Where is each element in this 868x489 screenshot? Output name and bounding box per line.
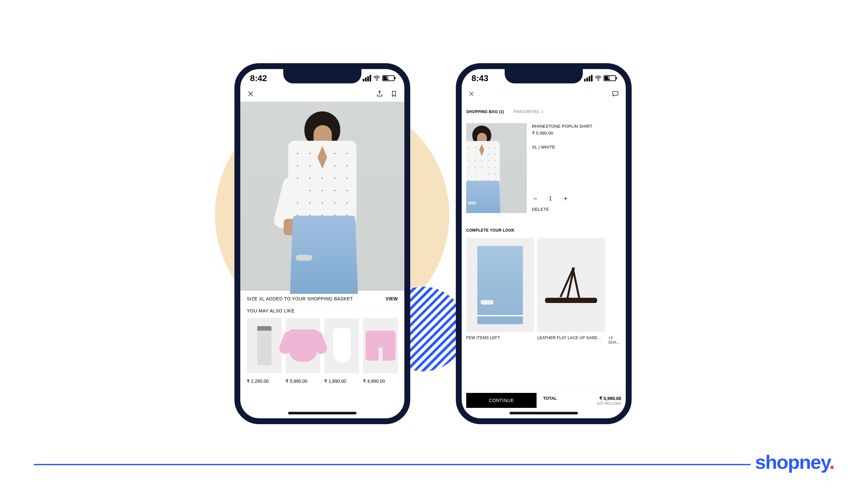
cyl-caption: FEW ITEMS LEFT <box>466 332 534 340</box>
qty-value: 1 <box>549 196 552 202</box>
view-button[interactable]: VIEW <box>385 296 398 301</box>
rec-thumb <box>363 318 398 373</box>
total-label: TOTAL <box>543 396 557 401</box>
wifi-icon <box>373 75 380 82</box>
shopney-logo: shopney. <box>750 451 834 473</box>
bag-tabs: SHOPPING BAG (1) FAVOURITES <box>462 102 626 117</box>
home-indicator[interactable] <box>288 412 356 414</box>
cart-item-variant: XL | WHITE <box>532 136 621 149</box>
rec-thumb <box>247 318 282 373</box>
added-label: SIZE XL ADDED TO YOUR SHOPPING BASKET <box>247 296 353 301</box>
rec-card[interactable]: ₹ 5,990.00 <box>285 318 320 384</box>
total-block: TOTAL ₹ 5,990.00 GST INCLUDED <box>543 396 621 405</box>
model-illustration <box>265 102 379 291</box>
cart-item-name: RHINESTONE POPLIN SHIRT <box>532 123 621 129</box>
phone-product-detail: 8:42 47 <box>235 63 410 424</box>
checkout-bar: CONTINUE TOTAL ₹ 5,990.00 GST INCLUDED <box>462 388 626 410</box>
rec-price: ₹ 4,990.00 <box>363 373 398 384</box>
status-time: 8:43 <box>471 73 488 83</box>
cyl-caption: LEATHER FLAT LACE UP SAND… <box>537 332 605 340</box>
stage: 8:42 47 <box>0 0 868 489</box>
top-bar <box>240 87 404 102</box>
cart-item-image[interactable] <box>466 123 527 213</box>
rec-price: ₹ 5,990.00 <box>285 373 320 384</box>
cellular-icon <box>363 75 371 82</box>
complete-your-look-row[interactable]: FEW ITEMS LEFT LEATHER FLAT LACE UP SAND… <box>462 238 626 345</box>
rec-card[interactable]: ₹ 4,990.00 <box>363 318 398 384</box>
cart-item: RHINESTONE POPLIN SHIRT ₹ 5,990.00 XL | … <box>462 117 626 216</box>
cellular-icon <box>584 75 593 82</box>
top-bar <box>462 87 626 102</box>
cyl-thumb <box>537 238 605 332</box>
cart-item-info: RHINESTONE POPLIN SHIRT ₹ 5,990.00 XL | … <box>532 123 621 213</box>
wifi-icon <box>594 75 602 82</box>
product-hero-image[interactable] <box>240 102 404 291</box>
qty-minus-icon[interactable]: − <box>532 196 538 202</box>
cyl-more[interactable]: +3 SHA… <box>608 238 621 345</box>
home-indicator[interactable] <box>509 412 578 414</box>
phone-notch <box>283 69 362 83</box>
cart-item-price: ₹ 5,990.00 <box>532 129 621 136</box>
quantity-stepper: − 1 + <box>532 196 569 202</box>
footer-divider <box>34 464 834 465</box>
total-amount: ₹ 5,990.00 <box>597 396 621 401</box>
cyl-card[interactable]: FEW ITEMS LEFT <box>466 238 534 345</box>
you-may-also-like-title: YOU MAY ALSO LIKE <box>240 307 404 318</box>
delete-button[interactable]: DELETE <box>532 207 549 212</box>
tab-shopping-bag[interactable]: SHOPPING BAG (1) <box>466 110 504 114</box>
chat-icon[interactable] <box>612 90 619 98</box>
recommendations-row[interactable]: ₹ 2,290.00 ₹ 5,990.00 ₹ 1,890.00 ₹ 4,990… <box>240 318 404 384</box>
screen: SIZE XL ADDED TO YOUR SHOPPING BASKET VI… <box>240 87 404 418</box>
gst-note: GST INCLUDED <box>597 401 621 405</box>
rec-thumb <box>324 318 359 373</box>
phone-shopping-bag: 8:43 47 SHOPPING BAG (1) FAVOURITES <box>456 63 632 424</box>
cyl-card[interactable]: LEATHER FLAT LACE UP SAND… <box>537 238 605 345</box>
phone-notch <box>505 69 583 83</box>
tab-favourites[interactable]: FAVOURITES <box>514 110 545 114</box>
battery-icon: 47 <box>603 75 616 81</box>
cyl-thumb <box>466 238 534 332</box>
rec-price: ₹ 2,290.00 <box>247 373 282 384</box>
continue-button[interactable]: CONTINUE <box>466 393 536 408</box>
screen: SHOPPING BAG (1) FAVOURITES RHINESTO <box>462 87 626 418</box>
close-icon[interactable] <box>468 91 475 97</box>
qty-plus-icon[interactable]: + <box>562 196 569 202</box>
bookmark-icon[interactable] <box>390 90 398 98</box>
close-icon[interactable] <box>247 90 255 98</box>
rec-price: ₹ 1,890.00 <box>324 373 359 384</box>
status-time: 8:42 <box>250 73 267 83</box>
bookmark-icon <box>540 110 545 114</box>
rec-card[interactable]: ₹ 2,290.00 <box>247 318 282 384</box>
share-icon[interactable] <box>376 90 383 98</box>
battery-icon: 47 <box>382 75 395 81</box>
rec-card[interactable]: ₹ 1,890.00 <box>324 318 359 384</box>
rec-thumb <box>285 318 320 373</box>
complete-your-look-title: COMPLETE YOUR LOOK <box>462 216 626 238</box>
